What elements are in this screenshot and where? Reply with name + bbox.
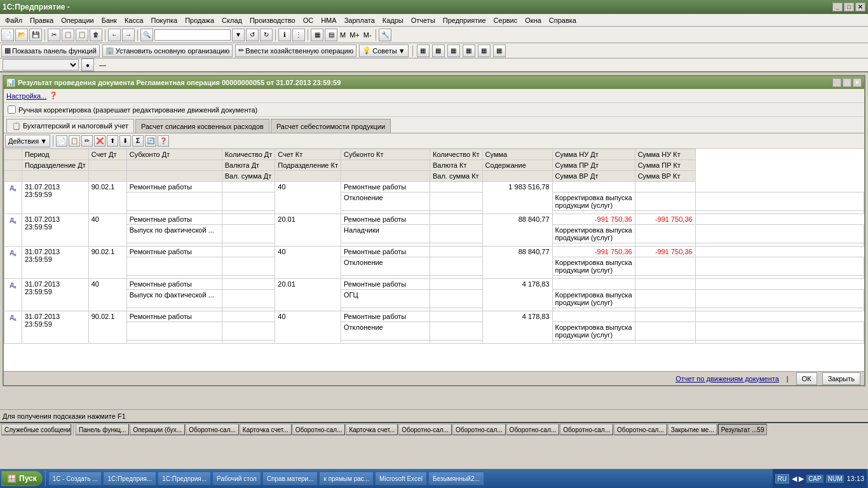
back-button[interactable]: ← xyxy=(108,29,121,41)
start-button[interactable]: 🪟 Пуск xyxy=(1,471,43,486)
lang-indicator[interactable]: RU xyxy=(775,474,789,484)
btb-item-6[interactable]: Оборотно-сал... xyxy=(398,424,452,435)
taskbar-win-6[interactable]: Microsoft Excel xyxy=(375,471,427,485)
btb-item-10[interactable]: Оборотно-сал... xyxy=(614,424,667,435)
taskbar-win-4[interactable]: Справ.матери... xyxy=(262,471,318,485)
tab-indirect-costs[interactable]: Расчет списания косвенных расходов xyxy=(135,119,269,133)
menu-hr[interactable]: Кадры xyxy=(379,15,407,25)
btb-item-3[interactable]: Карточка счет... xyxy=(240,424,292,435)
inner-new-btn[interactable]: 📄 xyxy=(56,135,67,147)
refresh-button[interactable]: ↺ xyxy=(246,29,259,41)
settings-help-icon[interactable]: ❓ xyxy=(49,92,58,100)
menu-production[interactable]: Производство xyxy=(246,15,299,25)
address-go-button[interactable]: ● xyxy=(81,58,94,71)
btb-item-7[interactable]: Оборотно-сал... xyxy=(452,424,506,435)
inner-down-btn[interactable]: ⬇ xyxy=(119,135,131,147)
taskbar-win-5[interactable]: к прямым рас... xyxy=(319,471,374,485)
doc-close-button[interactable]: ✕ xyxy=(853,78,862,87)
func-btn-2[interactable]: ▦ xyxy=(432,44,445,57)
grid-button[interactable]: ▦ xyxy=(311,29,323,41)
tools-button[interactable]: 🔧 xyxy=(379,29,391,41)
copy-button[interactable]: 📋 xyxy=(62,29,74,41)
separator-btn[interactable]: ⋮ xyxy=(292,29,305,41)
menu-enterprise[interactable]: Предприятие xyxy=(439,15,490,25)
cut-button[interactable]: ✂ xyxy=(48,29,60,41)
refresh2-button[interactable]: ↻ xyxy=(260,29,273,41)
btb-item-5[interactable]: Карточка счет... xyxy=(346,424,398,435)
func-btn-6[interactable]: ▦ xyxy=(493,44,506,57)
settings-link[interactable]: Настройка... xyxy=(6,92,46,100)
taskbar-win-2[interactable]: 1С:Предприя... xyxy=(158,471,211,485)
menu-service[interactable]: Сервис xyxy=(490,15,522,25)
table-button[interactable]: ▤ xyxy=(325,29,337,41)
table-row[interactable]: Отклонение Корректировка выпускапродукци… xyxy=(4,257,864,276)
btb-item-9[interactable]: Оборотно-сал... xyxy=(560,424,613,435)
menu-file[interactable]: Файл xyxy=(1,15,26,25)
minimize-button[interactable]: _ xyxy=(832,3,843,11)
menu-edit[interactable]: Правка xyxy=(26,15,57,25)
taskbar-win-3[interactable]: Рабочий стол xyxy=(212,471,261,485)
menu-kassa[interactable]: Касса xyxy=(121,15,147,25)
ok-button[interactable]: ОК xyxy=(796,372,817,385)
paste-button[interactable]: 📋 xyxy=(76,29,88,41)
taskbar-win-7[interactable]: Безымянный2... xyxy=(428,471,484,485)
btb-item-4[interactable]: Оборотно-сал... xyxy=(292,424,346,435)
delete-button[interactable]: 🗑 xyxy=(90,29,102,41)
menu-nma[interactable]: НМА xyxy=(317,15,340,25)
info-button[interactable]: ℹ xyxy=(278,29,291,41)
func-btn-3[interactable]: ▦ xyxy=(447,44,460,57)
report-link[interactable]: Отчет по движениям документа xyxy=(675,375,779,383)
doc-minimize-button[interactable]: _ xyxy=(832,78,841,87)
menu-warehouse[interactable]: Склад xyxy=(218,15,246,25)
inner-edit-btn[interactable]: ✏ xyxy=(81,135,93,147)
maximize-button[interactable]: □ xyxy=(844,3,854,11)
menu-windows[interactable]: Окна xyxy=(521,15,545,25)
advice-button[interactable]: 💡 Советы ▼ xyxy=(359,44,408,57)
table-row[interactable]: Выпуск по фактической ... Наладчики Корр… xyxy=(4,225,864,243)
table-row[interactable]: Дк 31.07.201323:59:59 90.02.1 Ремонтные … xyxy=(4,182,864,193)
forward-button[interactable]: → xyxy=(122,29,135,41)
search-input[interactable] xyxy=(154,29,231,41)
menu-salary[interactable]: Зарплата xyxy=(341,15,379,25)
btb-service-messages[interactable]: Служебные сообщения xyxy=(1,424,71,435)
func-btn-1[interactable]: ▦ xyxy=(417,44,430,57)
open-button[interactable]: 📂 xyxy=(15,29,28,41)
set-org-button[interactable]: 🏢 Установить основную организацию xyxy=(102,44,233,57)
menu-operations[interactable]: Операции xyxy=(57,15,97,25)
taskbar-win-0[interactable]: 1С - Создать ... xyxy=(48,471,102,485)
actions-dropdown-button[interactable]: Действия ▼ xyxy=(5,135,50,147)
taskbar-win-1[interactable]: 1С:Предприя... xyxy=(103,471,156,485)
table-row[interactable] xyxy=(4,341,864,344)
search-go-button[interactable]: ▼ xyxy=(232,29,245,41)
menu-help[interactable]: Справка xyxy=(545,15,580,25)
enter-operation-button[interactable]: ✏ Ввести хозяйственную операцию xyxy=(235,44,356,57)
inner-refresh-btn[interactable]: 🔄 xyxy=(145,135,156,147)
menu-reports[interactable]: Отчеты xyxy=(407,15,439,25)
table-row[interactable]: Дк 31.07.201323:59:59 40 Ремонтные работ… xyxy=(4,279,864,290)
manual-correction-checkbox[interactable] xyxy=(8,105,16,114)
inner-delete-btn[interactable]: ❌ xyxy=(94,135,105,147)
menu-bank[interactable]: Банк xyxy=(98,15,121,25)
inner-sum-btn[interactable]: Σ xyxy=(132,135,144,147)
tab-accounting[interactable]: 📋 Бухгалтерский и налоговый учет xyxy=(6,119,134,133)
table-row[interactable]: Дк 31.07.201323:59:59 40 Ремонтные работ… xyxy=(4,214,864,225)
btb-item-12[interactable]: Результат ...59 xyxy=(718,424,768,435)
inner-up-btn[interactable]: ⬆ xyxy=(107,135,118,147)
address-dropdown[interactable] xyxy=(3,59,79,71)
btb-item-0[interactable]: Панель функц... xyxy=(76,424,129,435)
entries-table-container[interactable]: Период Счет Дт Субконто Дт Количество Дт… xyxy=(4,149,864,371)
save-button[interactable]: 💾 xyxy=(29,29,42,41)
show-panel-button[interactable]: ▦ Показать панель функций xyxy=(1,44,100,57)
table-row[interactable]: Выпуск по фактической ... ОГЦ Корректиро… xyxy=(4,290,864,308)
btb-item-11[interactable]: Закрытие ме... xyxy=(668,424,717,435)
btb-item-8[interactable]: Оборотно-сал... xyxy=(506,424,560,435)
table-row[interactable]: Дк 31.07.201323:59:59 90.02.1 Ремонтные … xyxy=(4,247,864,257)
tab-cost-calculation[interactable]: Расчет себестоимости продукции xyxy=(271,119,391,133)
table-row[interactable]: Отклонение Корректировка выпускапродукци… xyxy=(4,193,864,211)
inner-help-btn[interactable]: ❓ xyxy=(158,135,169,147)
menu-purchase[interactable]: Покупка xyxy=(147,15,182,25)
inner-copy-btn[interactable]: 📋 xyxy=(69,135,80,147)
doc-maximize-button[interactable]: □ xyxy=(843,78,851,87)
new-button[interactable]: 📄 xyxy=(1,29,14,41)
table-row[interactable]: Отклонение Корректировка выпускапродукци… xyxy=(4,322,864,341)
